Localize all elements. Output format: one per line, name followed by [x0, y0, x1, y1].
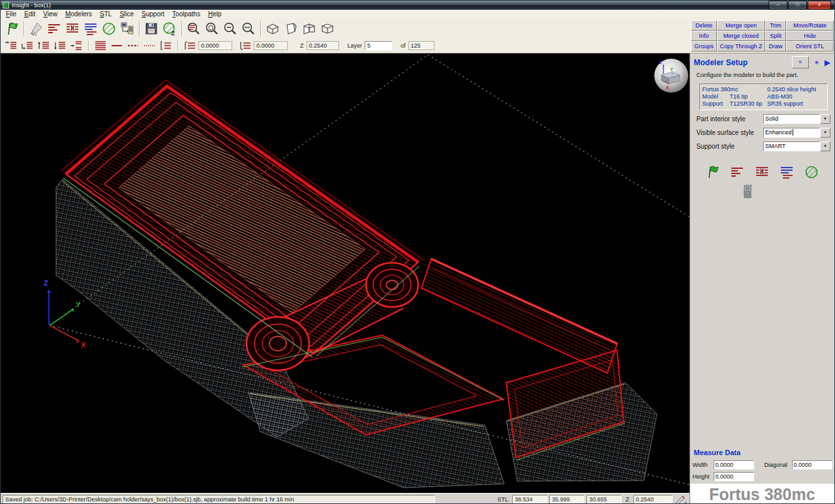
top-of-part-icon[interactable] [182, 40, 198, 52]
hide-button[interactable]: Hide [786, 31, 834, 41]
menu-slice[interactable]: Slice [115, 10, 138, 18]
status-z-label: Z [626, 496, 630, 503]
status-bar: Saved job: C:/Users/3D-Printer/Desktop/c… [1, 493, 690, 504]
diagonal-label: Diagonal [765, 462, 792, 468]
modeler-status-icon[interactable] [740, 184, 834, 200]
menu-toolpaths[interactable]: Toolpaths [168, 10, 204, 18]
orientation-sphere[interactable]: Z Y X [654, 59, 688, 93]
menu-support[interactable]: Support [138, 10, 168, 18]
toolpath-layers-icon[interactable] [729, 164, 745, 180]
window-title: Insight - box(1) [12, 2, 51, 8]
stl-z-field: 30.655 [586, 495, 622, 504]
top-offset-field[interactable]: 0.0000 [198, 41, 232, 50]
height-field[interactable]: 0.0000 [714, 472, 754, 481]
send-to-modeler-icon[interactable] [118, 20, 136, 38]
fortus-brand-logo: Fortus 380mc [690, 484, 834, 504]
separator [139, 21, 140, 37]
trim-button[interactable]: Trim [765, 20, 786, 31]
split-button[interactable]: Split [765, 31, 786, 41]
bottom-of-part-icon[interactable] [237, 40, 253, 52]
zoom-layer-icon[interactable] [185, 20, 203, 38]
toolpath-layers-icon[interactable] [45, 20, 63, 38]
support-material-value: SR35 support [767, 100, 825, 108]
go-first-layer-icon[interactable] [3, 40, 19, 52]
stl-label: STL [498, 496, 509, 503]
panel-title: Modeler Setup [694, 58, 789, 67]
group-layers-icon[interactable] [779, 164, 795, 180]
panel-shortcut-icons [705, 164, 834, 180]
collapse-panel-button[interactable]: « [792, 56, 809, 68]
go-to-layer-icon[interactable] [68, 40, 84, 52]
zoom-out-icon[interactable] [221, 20, 239, 38]
viewport-canvas[interactable]: Z Y X Z Y [1, 53, 690, 493]
part-interior-style-select[interactable]: Solid ▼ [763, 114, 830, 124]
pointer-icon[interactable] [675, 494, 688, 504]
app-icon [3, 2, 9, 8]
stl-y-field: 35.999 [549, 495, 584, 504]
viewport-3d[interactable]: Z Y X Z Y [1, 53, 690, 493]
minimize-button[interactable]: – [768, 1, 787, 10]
menu-file[interactable]: File [2, 10, 20, 18]
layer-number-input[interactable]: 5 [365, 41, 392, 50]
maximize-button[interactable]: □ [788, 1, 807, 10]
view-iso-icon[interactable] [318, 20, 337, 38]
single-curve-icon[interactable] [109, 40, 125, 52]
support-style-select[interactable]: SMART ▼ [763, 141, 830, 151]
height-label: Height [693, 473, 714, 480]
part-interior-style-value[interactable]: Solid [763, 114, 820, 124]
chevron-down-icon[interactable]: ▼ [820, 114, 830, 124]
menu-edit[interactable]: Edit [20, 10, 39, 18]
draw-toolpaths-icon[interactable] [27, 20, 45, 38]
info-button[interactable]: Info [691, 31, 717, 41]
bottom-offset-field[interactable]: 0.0000 [254, 41, 288, 50]
go-last-layer-icon[interactable] [20, 40, 35, 52]
width-field[interactable]: 0.0000 [714, 460, 754, 469]
stl-x-field: 38.534 [512, 495, 547, 504]
merge-closed-button[interactable]: Merge closed [717, 31, 765, 41]
diagonal-field[interactable]: 0.0000 [792, 460, 832, 469]
chevron-down-icon[interactable]: ▼ [820, 141, 830, 151]
draw-button[interactable]: Draw [765, 41, 786, 52]
support-style-value[interactable]: SMART [763, 141, 820, 151]
visible-surface-style-value[interactable]: Enhanced [763, 128, 820, 138]
dotted-curve-icon[interactable] [142, 40, 157, 52]
orient-stl-button[interactable]: Orient STL [786, 41, 834, 52]
move-rotate-button[interactable]: Move/Rotate [786, 20, 834, 31]
view-shaded-icon[interactable] [282, 20, 300, 38]
next-step-button[interactable]: ▶ [825, 59, 830, 67]
view-bottom-icon[interactable] [264, 20, 282, 38]
close-button[interactable]: x [808, 1, 831, 10]
view-front-icon[interactable] [300, 20, 318, 38]
menu-modelers[interactable]: Modelers [61, 10, 96, 18]
status-message: Saved job: C:/Users/3D-Printer/Desktop/c… [3, 495, 435, 504]
edit-toolpaths-icon[interactable] [754, 164, 770, 180]
menu-stl[interactable]: STL [96, 10, 115, 18]
copy-through-z-button[interactable]: Copy Through Z [717, 41, 765, 52]
group-layers-icon[interactable] [82, 20, 100, 38]
visible-surface-style-select[interactable]: Enhanced ▼ [763, 128, 830, 138]
zoom-extents-icon[interactable] [239, 20, 258, 38]
save-icon[interactable] [142, 20, 160, 38]
zoom-rotate-icon[interactable] [203, 20, 221, 38]
y-axis-label: Y [76, 301, 81, 308]
start-flag-icon[interactable] [3, 20, 21, 38]
menu-view[interactable]: View [39, 10, 61, 18]
merge-open-button[interactable]: Merge open [717, 20, 765, 31]
edit-toolpaths-icon[interactable] [63, 20, 82, 38]
menu-help[interactable]: Help [204, 10, 226, 18]
panel-options-icon[interactable]: ∗ [812, 59, 822, 66]
separator [23, 21, 24, 37]
layer-down-icon[interactable] [52, 40, 68, 52]
layer-up-icon[interactable] [36, 40, 52, 52]
curve-group-icon[interactable] [158, 40, 174, 52]
fill-style-icon[interactable] [100, 20, 118, 38]
chevron-down-icon[interactable]: ▼ [820, 128, 830, 138]
start-flag-icon[interactable] [705, 164, 720, 180]
slice-z-icon[interactable]: Z [160, 20, 179, 38]
all-curves-icon[interactable] [93, 40, 108, 52]
fill-style-icon[interactable] [804, 164, 819, 180]
delete-button[interactable]: Delete [691, 20, 717, 31]
nav-x-label: X [666, 85, 669, 90]
dashed-curve-icon[interactable] [125, 40, 141, 52]
groups-button[interactable]: Groups [691, 41, 717, 52]
